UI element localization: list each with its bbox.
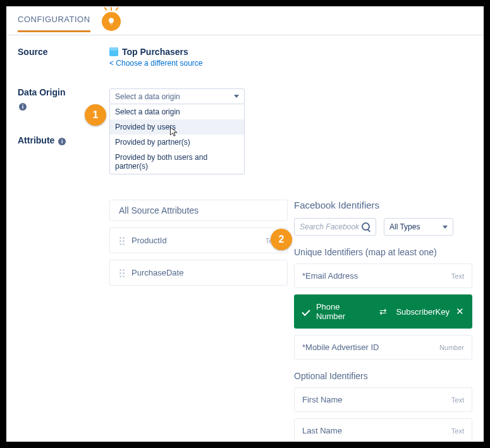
tips-icon[interactable] [102,12,121,31]
source-attributes-header: All Source Attributes [110,200,287,221]
origin-option-placeholder[interactable]: Select a data origin [110,104,244,119]
info-icon[interactable]: i [58,138,66,145]
callout-marker-2: 2 [271,229,292,250]
source-name: Top Purchasers [122,47,188,57]
origin-option-both[interactable]: Provided by both users and partner(s) [110,150,244,174]
facebook-identifiers-panel: Facebook Identifiers Search Facebook All… [294,197,472,442]
drag-handle-icon[interactable] [119,236,125,245]
callout-marker-1: 1 [85,104,106,126]
facebook-header: Facebook Identifiers [294,197,472,218]
attr-row-productid[interactable]: ProductId Text [109,227,288,253]
unique-identifiers-header: Unique Identifiers (map at least one) [294,247,472,257]
choose-different-source-link[interactable]: < Choose a different source [109,59,203,68]
attr-row-purchasedate[interactable]: PurchaseDate [109,260,288,286]
swap-icon: ⇄ [379,306,387,317]
label-attribute: Attribute i [18,135,97,145]
id-row-mobile-advertiser[interactable]: *Mobile Advertiser ID Number [294,335,472,360]
mouse-cursor-icon [169,126,178,138]
source-attributes-panel: All Source Attributes ProductId Text Pur… [109,197,288,442]
label-source: Source [18,47,97,57]
config-window: CONFIGURATION Source Data Origin i Attri… [6,6,484,442]
chevron-down-icon [234,95,239,98]
check-icon [302,307,310,315]
search-icon [362,222,371,231]
id-row-email[interactable]: *Email Address Text [294,263,472,288]
optional-identifiers-header: Optional Identifiers [294,371,472,381]
id-row-last-name[interactable]: Last Name Text [294,418,472,442]
mapped-right-label: SubscriberKey [396,307,450,317]
chevron-down-icon [443,226,448,229]
label-origin: Data Origin [18,87,97,97]
tab-configuration[interactable]: CONFIGURATION [18,15,90,32]
info-icon[interactable]: i [19,103,27,111]
database-icon [109,47,118,56]
id-row-phone-mapped[interactable]: Phone Number ⇄ SubscriberKey ✕ [294,294,472,329]
facebook-search-input[interactable]: Search Facebook [294,218,376,236]
remove-mapping-button[interactable]: ✕ [456,306,464,317]
type-filter-select[interactable]: All Types [384,218,453,236]
top-tab-bar: CONFIGURATION [6,6,484,35]
drag-handle-icon[interactable] [119,269,125,277]
source-row: Top Purchasers [109,47,472,57]
data-origin-select[interactable]: Select a data origin [109,88,245,104]
mapped-left-label: Phone Number [316,302,371,321]
data-origin-dropdown: Select a data origin Provided by users P… [109,104,245,174]
id-row-first-name[interactable]: First Name Text [294,387,472,412]
body-area: Source Data Origin i Attribute i Top Pur… [6,35,484,442]
